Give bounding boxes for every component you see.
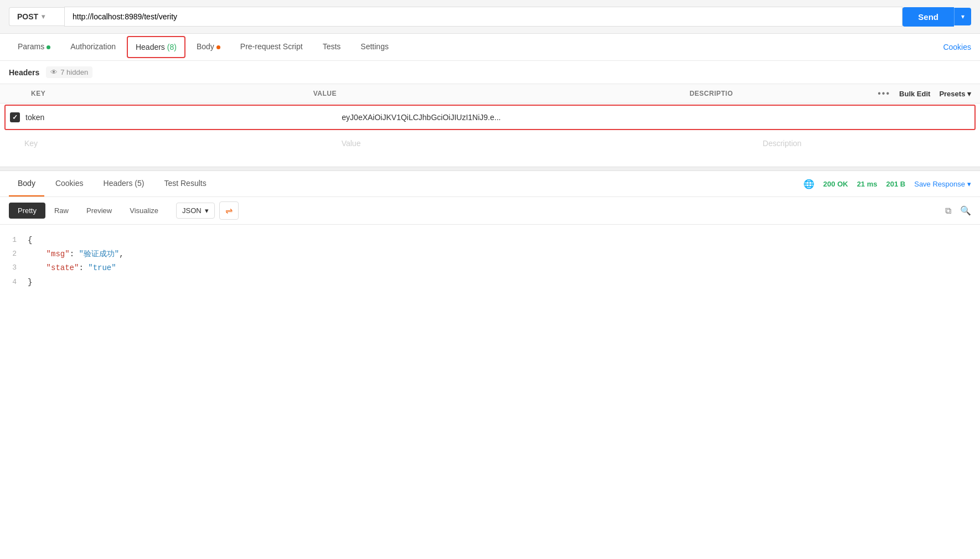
json-response-area: 1 { 2 "msg": "验证成功", 3 "state": "true" 4… — [0, 225, 980, 298]
checkbox-checked-icon[interactable] — [10, 112, 20, 122]
presets-button[interactable]: Presets ▾ — [939, 90, 971, 98]
placeholder-key[interactable]: Key — [24, 139, 342, 148]
send-chevron-icon: ▾ — [961, 13, 964, 20]
tab-headers-label: Headers — [136, 43, 167, 51]
presets-chevron-icon: ▾ — [967, 90, 971, 98]
col-value-header: VALUE — [313, 90, 690, 97]
fmt-tab-visualize[interactable]: Visualize — [121, 203, 167, 219]
table-row[interactable]: token eyJ0eXAiOiJKV1QiLCJhbGciOiJIUzI1Ni… — [4, 105, 976, 130]
save-response-button[interactable]: Save Response ▾ — [914, 180, 971, 188]
globe-icon: 🌐 — [803, 179, 814, 189]
tab-authorization[interactable]: Authorization — [61, 34, 125, 60]
bulk-edit-button[interactable]: Bulk Edit — [899, 90, 930, 98]
col-key-header: KEY — [9, 90, 313, 97]
json-line-3: 3 "state": "true" — [0, 261, 980, 275]
method-chevron-icon: ▾ — [42, 13, 45, 20]
headers-section-label: Headers — [9, 68, 39, 77]
wrap-icon: ⇌ — [225, 206, 233, 215]
format-tabs: Pretty Raw Preview Visualize JSON ▾ ⇌ ⧉ … — [0, 197, 980, 225]
resp-tab-headers[interactable]: Headers (5) — [95, 171, 153, 196]
params-dot — [47, 45, 50, 49]
row-value[interactable]: eyJ0eXAiOiJKV1QiLCJhbGciOiJIUzI1NiJ9.e..… — [342, 113, 762, 122]
headers-sub-section: Headers 👁 7 hidden — [0, 61, 980, 84]
send-button[interactable]: Send — [902, 7, 954, 27]
tab-settings-label: Settings — [360, 42, 389, 51]
cookies-link[interactable]: Cookies — [943, 43, 971, 51]
fmt-tab-raw-label: Raw — [54, 206, 69, 215]
response-time: 21 ms — [857, 180, 878, 188]
tab-tests-label: Tests — [323, 42, 341, 51]
fmt-tab-preview[interactable]: Preview — [78, 203, 121, 219]
row-key[interactable]: token — [25, 113, 342, 122]
eye-icon: 👁 — [50, 68, 58, 76]
tab-authorization-label: Authorization — [70, 42, 116, 51]
line-number-2: 2 — [0, 247, 28, 261]
tab-pre-request-label: Pre-request Script — [240, 42, 303, 51]
response-tabs: Body Cookies Headers (5) Test Results 🌐 … — [0, 171, 980, 197]
hidden-count: 7 hidden — [60, 68, 88, 76]
json-state-value: "true" — [88, 263, 116, 272]
table-actions: ••• Bulk Edit Presets ▾ — [878, 89, 971, 99]
save-response-chevron-icon: ▾ — [967, 180, 971, 188]
json-state-line: "state": "true" — [28, 261, 971, 275]
fmt-tab-pretty-label: Pretty — [18, 206, 37, 215]
fmt-tab-raw[interactable]: Raw — [45, 203, 78, 219]
presets-label: Presets — [939, 90, 965, 98]
send-dropdown-button[interactable]: ▾ — [954, 8, 971, 25]
placeholder-row[interactable]: Key Value Description — [0, 131, 980, 156]
resp-tab-body[interactable]: Body — [9, 171, 44, 196]
fmt-tab-pretty[interactable]: Pretty — [9, 203, 45, 219]
json-msg-line: "msg": "验证成功", — [28, 247, 971, 261]
tab-params[interactable]: Params — [9, 34, 59, 60]
json-msg-value: "验证成功" — [79, 250, 119, 258]
request-tabs: Params Authorization Headers (8) Body Pr… — [0, 34, 980, 61]
response-size: 201 B — [886, 180, 906, 188]
tab-headers-count: (8) — [167, 43, 177, 51]
resp-tab-body-label: Body — [18, 179, 35, 188]
placeholder-value[interactable]: Value — [342, 139, 763, 148]
resp-tab-headers-label: Headers (5) — [104, 179, 145, 188]
tab-body-label: Body — [197, 42, 214, 51]
method-selector[interactable]: POST ▾ — [9, 7, 64, 26]
json-line-4: 4 } — [0, 276, 980, 289]
row-checkbox[interactable] — [10, 112, 25, 122]
status-code: 200 OK — [823, 180, 848, 188]
col-desc-header: DESCRIPTIO — [689, 90, 878, 97]
json-line-1: 1 { — [0, 234, 980, 247]
line-number-4: 4 — [0, 276, 28, 289]
tab-settings[interactable]: Settings — [352, 34, 398, 60]
resp-tab-test-results[interactable]: Test Results — [155, 171, 215, 196]
send-button-group: Send ▾ — [902, 7, 971, 27]
tab-body[interactable]: Body — [188, 34, 229, 60]
resp-tab-cookies[interactable]: Cookies — [47, 171, 92, 196]
line-number-3: 3 — [0, 261, 28, 275]
url-bar: POST ▾ Send ▾ — [0, 0, 980, 34]
url-input[interactable] — [64, 7, 902, 27]
json-line-2: 2 "msg": "验证成功", — [0, 247, 980, 261]
wrap-button[interactable]: ⇌ — [219, 201, 239, 220]
json-close-brace: } — [28, 276, 971, 289]
line-number-1: 1 — [0, 234, 28, 247]
method-label: POST — [17, 12, 38, 21]
format-chevron-icon: ▾ — [205, 206, 209, 215]
hidden-badge: 👁 7 hidden — [46, 66, 92, 78]
format-selector[interactable]: JSON ▾ — [176, 203, 215, 219]
fmt-tab-preview-label: Preview — [86, 206, 112, 215]
tab-headers[interactable]: Headers (8) — [127, 36, 185, 58]
resp-tab-cookies-label: Cookies — [55, 179, 84, 188]
placeholder-description[interactable]: Description — [763, 139, 971, 148]
json-msg-key: "msg" — [47, 250, 70, 258]
copy-icon[interactable]: ⧉ — [945, 206, 951, 216]
more-dots-icon[interactable]: ••• — [878, 89, 890, 99]
json-state-key: "state" — [47, 263, 79, 272]
response-status: 🌐 200 OK 21 ms 201 B Save Response ▾ — [803, 179, 971, 189]
tab-params-label: Params — [18, 42, 44, 51]
search-icon[interactable]: 🔍 — [960, 205, 971, 216]
format-value: JSON — [182, 206, 202, 215]
tab-tests[interactable]: Tests — [314, 34, 350, 60]
section-divider — [0, 167, 980, 171]
table-header: KEY VALUE DESCRIPTIO ••• Bulk Edit Prese… — [0, 84, 980, 103]
body-dot — [216, 45, 220, 49]
format-actions-right: ⧉ 🔍 — [945, 205, 971, 216]
tab-pre-request[interactable]: Pre-request Script — [231, 34, 312, 60]
